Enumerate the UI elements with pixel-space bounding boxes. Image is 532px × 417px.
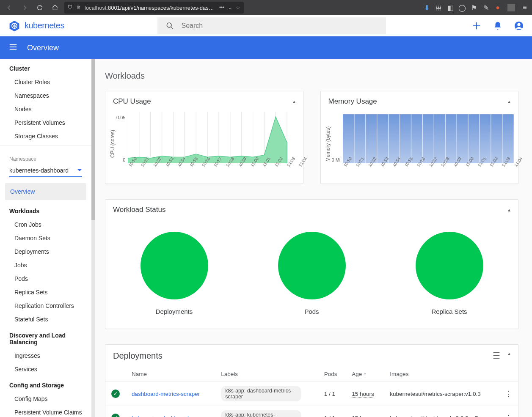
app-bar: kubernetes xyxy=(0,15,532,36)
back-icon[interactable] xyxy=(3,2,15,14)
shield-icon: ⛉ xyxy=(68,5,73,11)
workload-status-card: Workload Status ▴ Deployments Pods Repli… xyxy=(105,199,518,329)
library-icon[interactable]: 𝍐 xyxy=(435,4,442,11)
sidebar-item-cluster-roles[interactable]: Cluster Roles xyxy=(0,75,91,89)
sidebar-item-replication-controllers[interactable]: Replication Controllers xyxy=(0,299,91,313)
sidebar-item-services[interactable]: Services xyxy=(0,362,91,376)
namespace-label: Namespace xyxy=(0,148,91,163)
svg-rect-30 xyxy=(343,114,514,163)
logo[interactable]: kubernetes xyxy=(8,20,64,32)
cpu-usage-card: CPU Usage ▴ CPU (cores) 0.050 xyxy=(105,91,303,184)
cpu-xticks: 10:5010:5110:5210:5310:5410:5510:5610:57… xyxy=(128,163,298,170)
label-chip: k8s-app: kubernetes-dashboard xyxy=(221,410,301,417)
sort-asc-icon: ↑ xyxy=(364,371,366,377)
reload-icon[interactable] xyxy=(34,2,46,14)
collapse-icon[interactable]: ▴ xyxy=(293,99,295,104)
collapse-icon[interactable]: ▴ xyxy=(508,351,510,361)
account-icon[interactable]: ◯ xyxy=(458,4,466,11)
sidebar-group-workloads[interactable]: Workloads xyxy=(0,202,91,218)
image-value: kubernetesui/metrics-scraper:v1.0.3 xyxy=(384,382,499,406)
deployment-link[interactable]: kubernetes-dashboard xyxy=(132,415,189,417)
menu-icon[interactable] xyxy=(8,42,18,53)
search-bar[interactable] xyxy=(157,17,386,34)
col-images[interactable]: Images xyxy=(384,367,499,382)
search-input[interactable] xyxy=(182,22,378,30)
divider xyxy=(0,145,91,146)
col-labels[interactable]: Labels xyxy=(215,367,318,382)
sidebar-item-nodes[interactable]: Nodes xyxy=(0,102,91,116)
bell-icon[interactable] xyxy=(493,21,502,30)
page-bar: Overview xyxy=(0,36,532,59)
cpu-chart xyxy=(128,112,298,163)
collapse-icon[interactable]: ▴ xyxy=(508,99,510,104)
namespace-select[interactable]: kubernetes-dashboard xyxy=(9,165,82,177)
bookmark-icon[interactable]: ☆ xyxy=(236,5,240,11)
user-icon[interactable] xyxy=(514,21,524,30)
mem-card-title: Memory Usage xyxy=(328,97,377,106)
age-value[interactable]: 15 hours xyxy=(352,391,374,398)
sidebar-scrollbar[interactable] xyxy=(91,59,95,417)
deployments-title: Deployments xyxy=(113,351,163,361)
chevron-down-icon xyxy=(77,168,82,173)
hamburger-icon[interactable]: ≡ xyxy=(521,4,529,11)
home-icon[interactable] xyxy=(49,2,61,14)
sidebar-item-cron-jobs[interactable]: Cron Jobs xyxy=(0,218,91,231)
pods-value: 1 / 1 xyxy=(318,382,346,406)
main-content: Workloads CPU Usage ▴ CPU (cores) 0.050 xyxy=(95,59,532,417)
deployment-link[interactable]: dashboard-metrics-scraper xyxy=(132,391,200,397)
col-name[interactable]: Name xyxy=(126,367,215,382)
doc-icon: 🗎 xyxy=(76,5,81,11)
sidebar-item-pvc[interactable]: Persistent Volume Claims xyxy=(0,406,91,417)
donut-replica-sets xyxy=(416,232,483,299)
ext-ddg-icon[interactable]: ● xyxy=(494,4,502,11)
table-row: ✓ dashboard-metrics-scraper k8s-app: das… xyxy=(105,382,518,406)
filter-icon[interactable]: ☰ xyxy=(493,351,500,361)
label-chip: k8s-app: dashboard-metrics-scraper xyxy=(221,386,301,401)
downloads-icon[interactable]: ⬇ xyxy=(423,4,430,11)
sidebar-group-dlb[interactable]: Discovery and Load Balancing xyxy=(0,326,91,349)
age-value[interactable]: 15 hours xyxy=(352,415,374,417)
product-name: kubernetes xyxy=(25,21,64,30)
pocket-icon[interactable]: ⌄ xyxy=(228,5,232,11)
browser-chrome: ⛉ 🗎 localhost:8001/api/v1/namespaces/kub… xyxy=(0,0,532,15)
ext-edit-icon[interactable]: ✎ xyxy=(482,4,490,11)
sidebar-item-overview[interactable]: Overview xyxy=(5,183,86,200)
page-title: Overview xyxy=(27,44,59,52)
sidebar-item-deployments[interactable]: Deployments xyxy=(0,245,91,258)
sidebar-item-jobs[interactable]: Jobs xyxy=(0,258,91,272)
status-ok-icon: ✓ xyxy=(111,414,120,417)
image-value: kubernetesui/dashboard:v2.0.0-rc5 xyxy=(384,406,499,417)
col-pods[interactable]: Pods xyxy=(318,367,346,382)
sidebar-item-daemon-sets[interactable]: Daemon Sets xyxy=(0,231,91,245)
sidebar-item-namespaces[interactable]: Namespaces xyxy=(0,89,91,102)
row-menu-icon[interactable]: ⋮ xyxy=(499,406,518,417)
more-icon[interactable]: ••• xyxy=(219,5,225,11)
forward-icon[interactable] xyxy=(19,2,30,14)
sidebar-item-config-maps[interactable]: Config Maps xyxy=(0,392,91,406)
sidebar: Cluster Cluster Roles Namespaces Nodes P… xyxy=(0,59,91,417)
sidebar-item-replica-sets[interactable]: Replica Sets xyxy=(0,285,91,299)
sidebar-item-storage-classes[interactable]: Storage Classes xyxy=(0,129,91,143)
cpu-ylabel: CPU (cores) xyxy=(110,112,116,176)
sidebar-item-ingresses[interactable]: Ingresses xyxy=(0,349,91,362)
search-icon xyxy=(166,22,174,30)
sidebar-icon[interactable]: ◧ xyxy=(447,4,454,11)
url-bar[interactable]: ⛉ 🗎 localhost:8001/api/v1/namespaces/kub… xyxy=(64,2,244,14)
collapse-icon[interactable]: ▴ xyxy=(508,207,510,213)
divider xyxy=(507,4,515,11)
donut-label: Pods xyxy=(304,308,319,315)
ext-flag-icon[interactable]: ⚑ xyxy=(470,4,478,11)
plus-icon[interactable] xyxy=(472,21,481,30)
donut-label: Replica Sets xyxy=(431,308,467,315)
status-card-title: Workload Status xyxy=(113,206,165,214)
sidebar-item-stateful-sets[interactable]: Stateful Sets xyxy=(0,313,91,326)
sidebar-group-cluster[interactable]: Cluster xyxy=(0,59,91,75)
col-age[interactable]: Age↑ xyxy=(346,367,384,382)
sidebar-group-cfg[interactable]: Config and Storage xyxy=(0,376,91,392)
sidebar-item-persistent-volumes[interactable]: Persistent Volumes xyxy=(0,116,91,129)
row-menu-icon[interactable]: ⋮ xyxy=(499,382,518,406)
sidebar-item-pods[interactable]: Pods xyxy=(0,272,91,285)
mem-xticks: 10:5010:5110:5210:5310:5410:5510:5610:57… xyxy=(343,163,514,170)
status-ok-icon: ✓ xyxy=(111,390,120,398)
chrome-toolbar-icons: ⬇ 𝍐 ◧ ◯ ⚑ ✎ ● ≡ xyxy=(423,4,529,11)
